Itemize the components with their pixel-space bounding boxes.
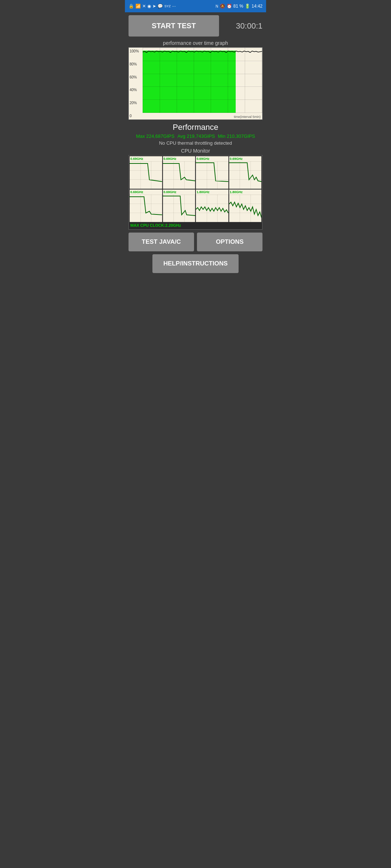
throttle-status: No CPU thermal throttling detected <box>129 140 262 146</box>
cpu-freq-label-1: 0.69GHz <box>164 157 177 161</box>
cpu-graph-svg-2 <box>196 156 228 189</box>
battery-percent: 81 % <box>234 4 243 9</box>
cpu-cell-5: 0.69GHz <box>163 190 196 222</box>
lock-icon: 🔒 <box>129 4 134 9</box>
top-row: START TEST 30:00:1 <box>129 15 262 37</box>
cpu-cell-1: 0.69GHz <box>163 156 196 189</box>
cpu-freq-label-3: 0.69GHz <box>230 157 243 161</box>
clock: 14:42 <box>252 4 262 9</box>
syz-icon: SYZ <box>164 4 171 8</box>
y-label-60: 60% <box>130 75 142 79</box>
signal-icon: ✕ <box>142 4 146 9</box>
cpu-cell-3: 0.69GHz <box>229 156 262 189</box>
alarm-icon: ⏰ <box>227 4 232 9</box>
y-label-40: 40% <box>130 88 142 92</box>
graph-x-label: time(interval 5min) <box>234 115 261 119</box>
graph-area: time(interval 5min) <box>143 48 262 119</box>
cpu-graph-svg-3 <box>229 156 262 189</box>
performance-graph-section: performance over time graph 100% 80% 60%… <box>129 40 262 120</box>
cpu-graph-svg-0 <box>130 156 162 189</box>
cpu-grid-container: 0.69GHz 0.69GHz <box>129 155 262 230</box>
cpu-freq-label-0: 0.69GHz <box>130 157 143 161</box>
status-left-icons: 🔒 📶 ✕ ◉ ➤ 💬 SYZ ··· <box>129 4 176 9</box>
n-icon: N <box>215 4 218 8</box>
status-bar: 🔒 📶 ✕ ◉ ➤ 💬 SYZ ··· N 🔕 ⏰ 81 % 🔋 14:42 <box>125 0 266 12</box>
cpu-graph-svg-6 <box>196 190 228 222</box>
performance-line-svg <box>143 48 262 59</box>
cpu-monitor-title: CPU Monitor <box>129 148 262 154</box>
y-label-80: 80% <box>130 62 142 66</box>
cpu-monitor-section: CPU Monitor 0.69GHz <box>129 148 262 230</box>
cpu-freq-label-6: 1.80GHz <box>197 190 210 194</box>
battery-icon: 🔋 <box>245 4 250 9</box>
status-right: N 🔕 ⏰ 81 % 🔋 14:42 <box>215 4 262 9</box>
bottom-buttons: TEST JAVA/C OPTIONS HELP/INSTRUCTIONS <box>129 233 262 273</box>
wifi-icon: 📶 <box>135 4 141 9</box>
graph-y-labels: 100% 80% 60% 40% 20% 0 <box>129 48 143 119</box>
cpu-cell-0: 0.69GHz <box>130 156 162 189</box>
graph-container: 100% 80% 60% 40% 20% 0 <box>129 47 262 120</box>
y-label-0: 0 <box>130 114 142 118</box>
performance-bar <box>143 51 236 113</box>
start-test-button[interactable]: START TEST <box>129 15 219 37</box>
y-label-100: 100% <box>130 49 142 53</box>
perf-min: Min 210,307GIPS <box>218 133 255 139</box>
msg-icon: 💬 <box>157 4 163 9</box>
max-cpu-label: MAX CPU CLOCK:2.20GHz <box>130 222 261 229</box>
test-java-c-button[interactable]: TEST JAVA/C <box>129 233 194 251</box>
cpu-cell-4: 0.69GHz <box>130 190 162 222</box>
perf-max: Max 224,687GIPS <box>136 133 175 139</box>
cpu-graph-svg-4 <box>130 190 162 222</box>
btn-row-2: HELP/INSTRUCTIONS <box>129 254 262 273</box>
cpu-freq-label-2: 0.69GHz <box>197 157 210 161</box>
graph-title: performance over time graph <box>129 40 262 46</box>
cpu-graph-svg-5 <box>163 190 196 222</box>
performance-numbers: Max 224,687GIPS Avg 219,743GIPS Min 210,… <box>129 133 262 139</box>
bell-icon: 🔕 <box>220 4 225 9</box>
main-content: START TEST 30:00:1 performance over time… <box>125 12 266 276</box>
y-label-20: 20% <box>130 101 142 105</box>
cpu-cell-6: 1.80GHz <box>196 190 228 222</box>
cpu-cell-2: 0.69GHz <box>196 156 228 189</box>
timer-display: 30:00:1 <box>223 21 262 31</box>
more-icon: ··· <box>172 4 176 9</box>
cpu-grid: 0.69GHz 0.69GHz <box>130 156 261 222</box>
help-instructions-button[interactable]: HELP/INSTRUCTIONS <box>152 254 239 273</box>
btn-row-1: TEST JAVA/C OPTIONS <box>129 233 262 251</box>
performance-stats: Performance Max 224,687GIPS Avg 219,743G… <box>129 123 262 146</box>
cpu-graph-svg-7 <box>229 190 262 222</box>
cpu-freq-label-7: 1.80GHz <box>230 190 243 194</box>
performance-header: Performance <box>129 123 262 132</box>
perf-avg: Avg 219,743GIPS <box>177 133 215 139</box>
bubble-icon: ◉ <box>147 4 151 9</box>
nav-icon: ➤ <box>152 4 156 9</box>
cpu-freq-label-5: 0.69GHz <box>164 190 177 194</box>
cpu-cell-7: 1.80GHz <box>229 190 262 222</box>
options-button[interactable]: OPTIONS <box>197 233 262 251</box>
cpu-graph-svg-1 <box>163 156 196 189</box>
cpu-freq-label-4: 0.69GHz <box>130 190 143 194</box>
